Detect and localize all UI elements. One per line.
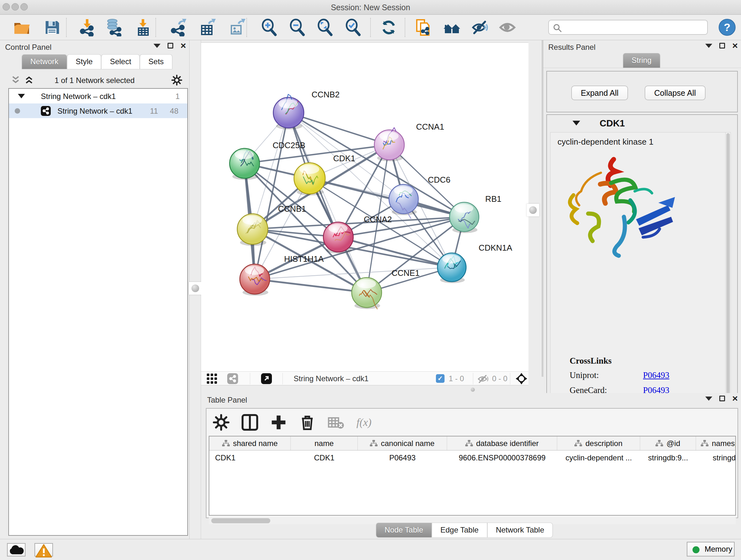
network-edge[interactable] [255,113,288,279]
network-row-selected[interactable]: String Network – cdk1 11 48 [9,104,187,118]
show-columns-button[interactable] [242,414,258,431]
hidden-eye-icon[interactable] [477,375,489,383]
save-session-button[interactable] [43,18,61,37]
import-network-database-button[interactable] [105,18,123,37]
panel-close-icon[interactable]: × [732,395,738,401]
tab-network-table[interactable]: Network Table [487,523,553,537]
network-canvas[interactable]: CCNB2CCNA1CDC25BCDK1CDC6RB1CCNB1CCNA2CDK… [201,43,529,371]
gear-icon[interactable] [172,75,182,85]
trash-icon [299,414,316,431]
expand-all-button[interactable]: Expand All [571,85,628,100]
zoom-fit-button[interactable] [316,18,334,37]
toggle-graphics-details-button[interactable] [443,18,461,37]
window-minimize-button[interactable] [11,3,19,10]
network-view-share-icon[interactable] [227,373,238,384]
table-cell[interactable]: stringdb [696,450,736,465]
search-input[interactable] [565,20,706,34]
memory-button[interactable]: Memory [687,542,735,557]
network-node-ccne1[interactable]: CCNE1 [352,268,420,309]
collapse-all-button[interactable]: Collapse All [645,85,705,100]
network-view-title: String Network – cdk1 [293,374,368,383]
eye-slash-icon [471,18,489,37]
panel-collapse-icon[interactable] [153,44,160,48]
column-header--id[interactable]: @id [640,436,696,450]
panel-collapse-icon[interactable] [705,396,712,401]
table-cell[interactable]: P06493 [358,450,447,465]
open-session-button[interactable] [13,18,30,37]
column-header-description[interactable]: description [557,436,640,450]
results-scrollbar[interactable] [725,132,731,405]
table-cell[interactable]: CDK1 [291,450,358,465]
export-image-button[interactable] [228,18,246,37]
network-edge[interactable] [288,113,389,145]
panel-close-icon[interactable]: × [180,43,186,49]
panel-float-icon[interactable] [719,43,725,49]
hide-selected-button[interactable] [471,18,489,37]
zoom-in-button[interactable] [260,18,278,37]
right-splitter[interactable] [529,40,543,377]
grid-view-icon[interactable] [207,374,218,384]
network-edge[interactable] [253,217,464,229]
network-edge[interactable] [338,237,452,267]
add-column-button[interactable] [270,414,287,431]
panel-float-icon[interactable] [719,395,725,401]
network-node-cdkn1a[interactable]: CDKN1A [437,243,513,283]
crosslink-link[interactable]: P06493 [643,370,670,380]
delete-table-button[interactable] [328,414,344,431]
control-panel: Control Panel × NetworkStyleSelectSets 1… [0,40,190,539]
import-table-button[interactable] [134,18,152,37]
table-row[interactable]: CDK1CDK1P064939606.ENSP00000378699cyclin… [209,450,735,465]
function-builder-button[interactable]: f(x) [356,416,372,428]
detach-view-icon[interactable] [261,373,272,384]
tab-node-table[interactable]: Node Table [376,523,432,537]
left-splitter[interactable] [190,40,201,539]
column-header-namespace[interactable]: namespace [696,436,736,450]
refresh-button[interactable] [380,18,398,37]
results-tab-string[interactable]: String [623,53,660,68]
table-cell[interactable]: stringdb:9... [640,450,696,465]
columns-icon [242,414,258,431]
column-header-database-identifier[interactable]: database identifier [447,436,557,450]
table-cell[interactable]: cyclin-dependent ... [557,450,640,465]
table-cell[interactable]: CDK1 [209,450,291,465]
cloud-button[interactable] [7,543,25,557]
delete-column-button[interactable] [299,414,316,431]
entry-collapse-icon[interactable] [572,121,580,125]
network-from-selection-button[interactable] [414,18,432,37]
tab-sets[interactable]: Sets [140,54,172,69]
node-label: CCNE1 [392,268,420,278]
network-edge[interactable] [255,279,367,293]
network-node-ccna1[interactable]: CCNA1 [374,122,444,162]
export-network-button[interactable] [169,18,187,37]
column-header-canonical-name[interactable]: canonical name [358,436,447,450]
panel-collapse-icon[interactable] [705,44,712,48]
selected-checkbox-icon[interactable]: ✓ [436,374,445,383]
tab-select[interactable]: Select [101,54,140,69]
zoom-selected-button[interactable] [344,18,362,37]
panel-close-icon[interactable]: × [732,43,738,49]
tab-edge-table[interactable]: Edge Table [432,523,487,537]
column-header-name[interactable]: name [291,436,358,450]
show-all-button[interactable] [498,18,516,37]
tab-style[interactable]: Style [67,54,101,69]
zoom-out-button[interactable] [288,18,306,37]
network-node-rb1[interactable]: RB1 [450,194,501,233]
left-splitter-handle[interactable] [189,282,202,295]
help-button[interactable]: ? [719,19,736,36]
table-settings-button[interactable] [213,414,229,431]
import-network-file-button[interactable] [78,18,96,37]
tab-network[interactable]: Network [22,54,67,69]
entry-header[interactable]: CDK1 [547,115,737,132]
right-splitter-handle[interactable] [527,204,539,216]
column-header-shared-name[interactable]: shared name [209,436,291,450]
tree-expand-icon[interactable] [18,94,25,98]
window-close-button[interactable] [3,3,10,10]
panel-float-icon[interactable] [167,43,173,49]
window-zoom-button[interactable] [20,3,28,10]
birdseye-crosshair-icon[interactable] [515,373,528,385]
table-cell[interactable]: 9606.ENSP00000378699 [447,450,557,465]
network-collection-row[interactable]: String Network – cdk1 1 [9,89,187,104]
control-panel-title: Control Panel [5,43,51,52]
warning-button[interactable] [35,543,53,557]
export-table-button[interactable] [199,18,216,37]
